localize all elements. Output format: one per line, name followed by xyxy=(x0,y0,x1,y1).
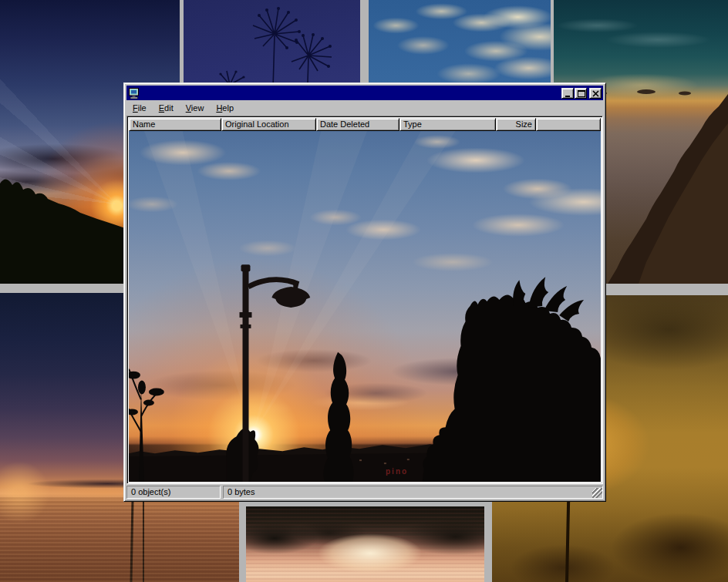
wallpaper-photo-reflection-ripples xyxy=(246,506,484,582)
recycle-bin-window: FileEditViewHelp NameOriginal LocationDa… xyxy=(123,82,606,502)
cypress-tree-silhouette xyxy=(324,352,354,482)
sunset-scene-silhouettes xyxy=(129,131,601,482)
close-button[interactable] xyxy=(589,88,602,99)
maximize-icon xyxy=(575,89,588,99)
column-header-date-deleted[interactable]: Date Deleted xyxy=(316,118,399,131)
column-header-type[interactable]: Type xyxy=(399,118,496,131)
column-header-original-location[interactable]: Original Location xyxy=(221,118,316,131)
computer-icon[interactable] xyxy=(128,87,140,99)
menu-edit[interactable]: Edit xyxy=(153,102,180,115)
column-header-size[interactable]: Size xyxy=(496,118,536,131)
menu-view[interactable]: View xyxy=(180,102,211,115)
column-header-blank[interactable] xyxy=(536,118,601,131)
close-icon xyxy=(590,89,602,99)
file-list[interactable]: NameOriginal LocationDate DeletedTypeSiz… xyxy=(126,116,603,484)
column-header-row: NameOriginal LocationDate DeletedTypeSiz… xyxy=(129,118,601,131)
status-bytes: 0 bytes xyxy=(223,486,603,499)
status-bar: 0 object(s) 0 bytes xyxy=(126,486,603,499)
right-trees-silhouette xyxy=(423,277,601,482)
menu-help[interactable]: Help xyxy=(210,102,240,115)
window-titlebar[interactable] xyxy=(126,86,603,100)
menu-file[interactable]: File xyxy=(126,102,153,115)
photo-watermark: pino xyxy=(386,467,408,476)
maximize-button[interactable] xyxy=(575,88,587,99)
menu-bar: FileEditViewHelp xyxy=(126,101,603,116)
status-objects: 0 object(s) xyxy=(126,486,221,499)
minimize-button[interactable] xyxy=(561,88,574,99)
resize-grip[interactable] xyxy=(592,488,602,498)
minimize-icon xyxy=(562,89,575,99)
sun-rays xyxy=(144,131,456,433)
list-background-photo: pino xyxy=(129,131,601,482)
column-header-name[interactable]: Name xyxy=(129,118,221,131)
